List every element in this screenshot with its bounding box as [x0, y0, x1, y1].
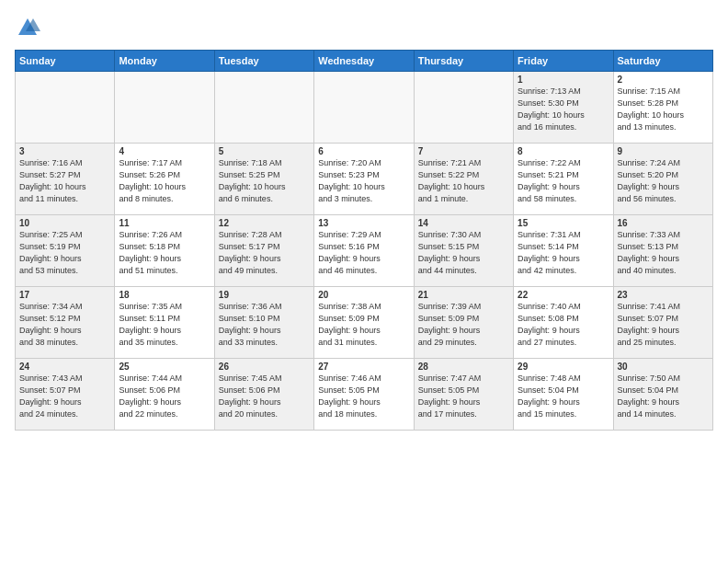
day-number: 11 [119, 218, 210, 228]
day-info: Sunrise: 7:22 AM Sunset: 5:21 PM Dayligh… [518, 157, 609, 205]
day-info: Sunrise: 7:39 AM Sunset: 5:09 PM Dayligh… [418, 301, 509, 349]
day-info: Sunrise: 7:38 AM Sunset: 5:09 PM Dayligh… [318, 301, 409, 349]
day-number: 13 [318, 218, 409, 228]
day-info: Sunrise: 7:43 AM Sunset: 5:07 PM Dayligh… [19, 373, 110, 420]
calendar-body: 1Sunrise: 7:13 AM Sunset: 5:30 PM Daylig… [16, 72, 713, 431]
day-info: Sunrise: 7:21 AM Sunset: 5:22 PM Dayligh… [418, 157, 509, 205]
calendar-cell: 2Sunrise: 7:15 AM Sunset: 5:28 PM Daylig… [613, 72, 712, 144]
day-number: 28 [418, 362, 509, 372]
calendar-cell: 19Sunrise: 7:36 AM Sunset: 5:10 PM Dayli… [214, 287, 313, 359]
calendar-cell [214, 72, 313, 144]
day-info: Sunrise: 7:30 AM Sunset: 5:15 PM Dayligh… [418, 229, 509, 277]
day-number: 26 [219, 362, 310, 372]
day-number: 27 [318, 362, 409, 372]
calendar-cell: 27Sunrise: 7:46 AM Sunset: 5:05 PM Dayli… [314, 359, 414, 431]
logo [15, 15, 42, 40]
day-info: Sunrise: 7:28 AM Sunset: 5:17 PM Dayligh… [219, 229, 310, 277]
day-info: Sunrise: 7:40 AM Sunset: 5:08 PM Dayligh… [518, 301, 609, 349]
calendar-cell: 10Sunrise: 7:25 AM Sunset: 5:19 PM Dayli… [16, 215, 115, 287]
day-number: 10 [19, 218, 110, 228]
day-number: 20 [318, 290, 409, 300]
calendar-cell: 8Sunrise: 7:22 AM Sunset: 5:21 PM Daylig… [514, 144, 613, 215]
calendar-cell: 1Sunrise: 7:13 AM Sunset: 5:30 PM Daylig… [514, 72, 613, 144]
calendar-cell: 24Sunrise: 7:43 AM Sunset: 5:07 PM Dayli… [16, 359, 115, 431]
calendar-cell: 4Sunrise: 7:17 AM Sunset: 5:26 PM Daylig… [115, 144, 214, 215]
calendar-cell: 12Sunrise: 7:28 AM Sunset: 5:17 PM Dayli… [214, 215, 313, 287]
header [15, 15, 713, 40]
day-number: 23 [618, 290, 709, 300]
week-row-1: 1Sunrise: 7:13 AM Sunset: 5:30 PM Daylig… [16, 72, 713, 144]
day-info: Sunrise: 7:18 AM Sunset: 5:25 PM Dayligh… [219, 157, 310, 205]
calendar-cell: 13Sunrise: 7:29 AM Sunset: 5:16 PM Dayli… [314, 215, 414, 287]
week-row-3: 10Sunrise: 7:25 AM Sunset: 5:19 PM Dayli… [16, 215, 713, 287]
calendar-header: SundayMondayTuesdayWednesdayThursdayFrid… [16, 51, 713, 72]
calendar-cell: 25Sunrise: 7:44 AM Sunset: 5:06 PM Dayli… [115, 359, 214, 431]
calendar-cell: 3Sunrise: 7:16 AM Sunset: 5:27 PM Daylig… [16, 144, 115, 215]
calendar-cell: 14Sunrise: 7:30 AM Sunset: 5:15 PM Dayli… [414, 215, 513, 287]
day-info: Sunrise: 7:35 AM Sunset: 5:11 PM Dayligh… [119, 301, 210, 349]
day-number: 21 [418, 290, 509, 300]
calendar-cell: 29Sunrise: 7:48 AM Sunset: 5:04 PM Dayli… [514, 359, 613, 431]
day-header-saturday: Saturday [613, 51, 712, 72]
day-number: 18 [119, 290, 210, 300]
header-row: SundayMondayTuesdayWednesdayThursdayFrid… [16, 51, 713, 72]
day-info: Sunrise: 7:20 AM Sunset: 5:23 PM Dayligh… [318, 157, 409, 205]
calendar-cell: 22Sunrise: 7:40 AM Sunset: 5:08 PM Dayli… [514, 287, 613, 359]
calendar-cell: 30Sunrise: 7:50 AM Sunset: 5:04 PM Dayli… [613, 359, 712, 431]
day-header-sunday: Sunday [16, 51, 115, 72]
calendar-cell: 21Sunrise: 7:39 AM Sunset: 5:09 PM Dayli… [414, 287, 513, 359]
calendar-cell: 18Sunrise: 7:35 AM Sunset: 5:11 PM Dayli… [115, 287, 214, 359]
day-number: 12 [219, 218, 310, 228]
day-number: 6 [318, 146, 409, 156]
logo-icon [15, 15, 40, 40]
day-number: 30 [618, 362, 709, 372]
day-number: 29 [518, 362, 609, 372]
day-number: 1 [518, 75, 609, 85]
calendar-cell: 26Sunrise: 7:45 AM Sunset: 5:06 PM Dayli… [214, 359, 313, 431]
day-number: 16 [618, 218, 709, 228]
calendar-cell [115, 72, 214, 144]
day-info: Sunrise: 7:25 AM Sunset: 5:19 PM Dayligh… [19, 229, 110, 277]
calendar-cell: 5Sunrise: 7:18 AM Sunset: 5:25 PM Daylig… [214, 144, 313, 215]
day-info: Sunrise: 7:15 AM Sunset: 5:28 PM Dayligh… [618, 86, 709, 133]
calendar-cell: 23Sunrise: 7:41 AM Sunset: 5:07 PM Dayli… [613, 287, 712, 359]
calendar-cell: 6Sunrise: 7:20 AM Sunset: 5:23 PM Daylig… [314, 144, 414, 215]
day-info: Sunrise: 7:29 AM Sunset: 5:16 PM Dayligh… [318, 229, 409, 277]
day-info: Sunrise: 7:45 AM Sunset: 5:06 PM Dayligh… [219, 373, 310, 420]
day-info: Sunrise: 7:31 AM Sunset: 5:14 PM Dayligh… [518, 229, 609, 277]
calendar-cell [314, 72, 414, 144]
day-header-tuesday: Tuesday [214, 51, 313, 72]
day-info: Sunrise: 7:26 AM Sunset: 5:18 PM Dayligh… [119, 229, 210, 277]
day-info: Sunrise: 7:24 AM Sunset: 5:20 PM Dayligh… [618, 157, 709, 205]
day-info: Sunrise: 7:13 AM Sunset: 5:30 PM Dayligh… [518, 86, 609, 133]
day-number: 25 [119, 362, 210, 372]
day-info: Sunrise: 7:46 AM Sunset: 5:05 PM Dayligh… [318, 373, 409, 420]
calendar-cell: 9Sunrise: 7:24 AM Sunset: 5:20 PM Daylig… [613, 144, 712, 215]
week-row-5: 24Sunrise: 7:43 AM Sunset: 5:07 PM Dayli… [16, 359, 713, 431]
calendar-cell: 11Sunrise: 7:26 AM Sunset: 5:18 PM Dayli… [115, 215, 214, 287]
day-number: 2 [618, 75, 709, 85]
calendar-cell: 15Sunrise: 7:31 AM Sunset: 5:14 PM Dayli… [514, 215, 613, 287]
day-info: Sunrise: 7:16 AM Sunset: 5:27 PM Dayligh… [19, 157, 110, 205]
calendar-cell: 17Sunrise: 7:34 AM Sunset: 5:12 PM Dayli… [16, 287, 115, 359]
day-header-thursday: Thursday [414, 51, 513, 72]
day-number: 9 [618, 146, 709, 156]
calendar-cell [414, 72, 513, 144]
day-info: Sunrise: 7:44 AM Sunset: 5:06 PM Dayligh… [119, 373, 210, 420]
day-number: 19 [219, 290, 310, 300]
day-info: Sunrise: 7:41 AM Sunset: 5:07 PM Dayligh… [618, 301, 709, 349]
day-info: Sunrise: 7:17 AM Sunset: 5:26 PM Dayligh… [119, 157, 210, 205]
calendar-table: SundayMondayTuesdayWednesdayThursdayFrid… [15, 50, 713, 431]
day-info: Sunrise: 7:50 AM Sunset: 5:04 PM Dayligh… [618, 373, 709, 420]
day-number: 8 [518, 146, 609, 156]
calendar-cell: 28Sunrise: 7:47 AM Sunset: 5:05 PM Dayli… [414, 359, 513, 431]
day-number: 5 [219, 146, 310, 156]
day-number: 22 [518, 290, 609, 300]
day-number: 4 [119, 146, 210, 156]
week-row-2: 3Sunrise: 7:16 AM Sunset: 5:27 PM Daylig… [16, 144, 713, 215]
day-info: Sunrise: 7:34 AM Sunset: 5:12 PM Dayligh… [19, 301, 110, 349]
calendar-cell [16, 72, 115, 144]
week-row-4: 17Sunrise: 7:34 AM Sunset: 5:12 PM Dayli… [16, 287, 713, 359]
calendar-cell: 7Sunrise: 7:21 AM Sunset: 5:22 PM Daylig… [414, 144, 513, 215]
day-header-wednesday: Wednesday [314, 51, 414, 72]
